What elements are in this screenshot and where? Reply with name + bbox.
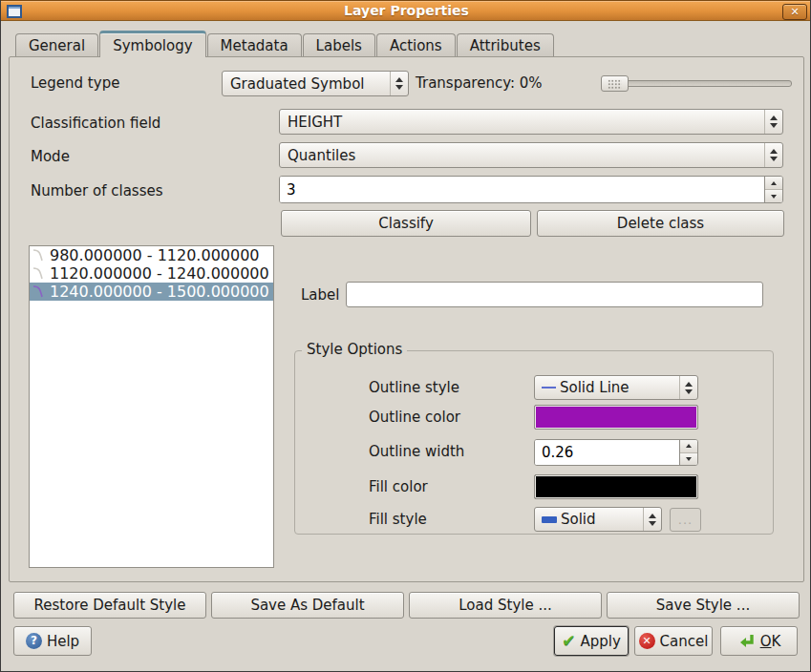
solid-fill-icon xyxy=(542,516,557,523)
number-of-classes-spinbox xyxy=(279,176,783,203)
number-of-classes-input[interactable] xyxy=(280,177,764,202)
class-list-item[interactable]: 1240.000000 - 1500.000000 xyxy=(30,283,273,301)
class-range: 980.000000 - 1120.000000 xyxy=(50,246,260,264)
solid-line-icon xyxy=(542,387,556,388)
cancel-label: Cancel xyxy=(660,633,709,650)
spin-buttons xyxy=(764,177,782,202)
classify-button[interactable]: Classify xyxy=(281,210,531,237)
mode-combo[interactable]: Quantiles xyxy=(279,142,783,168)
cancel-button[interactable]: ✕ Cancel xyxy=(634,626,713,656)
dialog-buttons-row: ? Help ✔ Apply ✕ Cancel OK xyxy=(13,626,798,656)
style-options-group: Style Options Outline style Solid Line O… xyxy=(294,350,774,535)
fill-style-more-button[interactable]: ... xyxy=(670,508,701,532)
help-label: Help xyxy=(47,633,79,650)
spin-up-button[interactable] xyxy=(765,177,782,189)
legend-type-combo[interactable]: Graduated Symbol xyxy=(222,71,409,96)
titlebar[interactable]: Layer Properties ✕ xyxy=(1,0,811,21)
enter-arrow-icon xyxy=(737,633,756,650)
transparency-slider[interactable] xyxy=(601,71,792,96)
chevron-updown-icon xyxy=(764,143,782,167)
number-of-classes-label: Number of classes xyxy=(31,181,163,200)
outline-style-label: Outline style xyxy=(369,378,459,397)
label-field-label: Label xyxy=(301,285,339,304)
mode-label: Mode xyxy=(31,147,70,166)
chevron-updown-icon xyxy=(643,508,661,531)
outline-color-swatch[interactable] xyxy=(534,405,698,430)
chevron-updown-icon xyxy=(679,376,697,399)
outline-style-combo[interactable]: Solid Line xyxy=(534,375,698,400)
tab-bar: General Symbology Metadata Labels Action… xyxy=(15,32,555,57)
class-range: 1120.000000 - 1240.000000 xyxy=(50,264,269,283)
close-button[interactable]: ✕ xyxy=(782,4,807,20)
ok-button[interactable]: OK xyxy=(720,626,798,656)
line-symbol-icon xyxy=(32,265,48,282)
tab-symbology[interactable]: Symbology xyxy=(99,31,205,57)
check-icon: ✔ xyxy=(562,633,575,649)
apply-label: Apply xyxy=(580,633,620,650)
label-input[interactable] xyxy=(346,282,763,307)
outline-color-label: Outline color xyxy=(369,408,460,427)
legend-type-label: Legend type xyxy=(31,74,119,93)
class-list: 980.000000 - 1120.000000 1120.000000 - 1… xyxy=(29,245,274,568)
load-style-button[interactable]: Load Style ... xyxy=(409,592,602,619)
line-symbol-icon xyxy=(32,284,48,300)
delete-class-button[interactable]: Delete class xyxy=(537,210,784,237)
classification-field-combo[interactable]: HEIGHT xyxy=(279,109,783,135)
outline-width-spinbox xyxy=(534,439,698,466)
ok-label: OK xyxy=(760,633,781,650)
spin-up-button[interactable] xyxy=(680,440,697,452)
spin-buttons xyxy=(679,440,697,465)
transparency-label: Transparency: 0% xyxy=(416,74,543,93)
window-title: Layer Properties xyxy=(1,3,811,18)
tab-metadata[interactable]: Metadata xyxy=(207,33,302,57)
symbology-tab-content: Legend type Graduated Symbol Transparenc… xyxy=(9,56,804,582)
save-as-default-button[interactable]: Save As Default xyxy=(211,592,404,619)
cancel-icon: ✕ xyxy=(639,633,655,649)
fill-style-combo[interactable]: Solid xyxy=(534,507,662,532)
outline-style-value: Solid Line xyxy=(556,379,679,396)
spin-down-button[interactable] xyxy=(765,189,782,202)
apply-button[interactable]: ✔ Apply xyxy=(554,626,629,656)
class-list-item[interactable]: 980.000000 - 1120.000000 xyxy=(30,246,273,264)
class-range: 1240.000000 - 1500.000000 xyxy=(50,283,269,301)
tab-actions[interactable]: Actions xyxy=(376,33,456,57)
fill-color-swatch[interactable] xyxy=(534,474,698,499)
style-options-title: Style Options xyxy=(302,341,407,358)
slider-handle[interactable] xyxy=(601,75,629,92)
help-icon: ? xyxy=(26,633,42,649)
legend-type-value: Graduated Symbol xyxy=(223,75,390,93)
spin-down-button[interactable] xyxy=(680,452,697,466)
outline-width-input[interactable] xyxy=(535,440,679,465)
close-icon: ✕ xyxy=(790,7,799,17)
save-style-button[interactable]: Save Style ... xyxy=(607,592,800,619)
tab-labels[interactable]: Labels xyxy=(303,33,375,57)
chevron-updown-icon xyxy=(390,72,408,95)
classification-field-value: HEIGHT xyxy=(280,114,764,131)
help-button[interactable]: ? Help xyxy=(13,626,92,656)
slider-groove[interactable] xyxy=(601,80,792,87)
fill-style-value: Solid xyxy=(557,511,643,528)
line-symbol-icon xyxy=(32,247,48,263)
fill-color-label: Fill color xyxy=(369,477,428,496)
grip-dots-icon xyxy=(608,79,622,89)
tab-attributes[interactable]: Attributes xyxy=(457,33,554,57)
chevron-updown-icon xyxy=(764,110,782,134)
outline-width-label: Outline width xyxy=(369,442,464,461)
mode-value: Quantiles xyxy=(280,147,764,164)
tab-general[interactable]: General xyxy=(15,33,98,57)
style-buttons-row: Restore Default Style Save As Default Lo… xyxy=(13,592,800,619)
layer-properties-dialog: Layer Properties ✕ General Symbology Met… xyxy=(0,0,811,672)
class-list-item[interactable]: 1120.000000 - 1240.000000 xyxy=(30,264,273,283)
fill-style-label: Fill style xyxy=(369,510,427,529)
restore-default-style-button[interactable]: Restore Default Style xyxy=(13,592,206,619)
classification-field-label: Classification field xyxy=(31,114,160,133)
